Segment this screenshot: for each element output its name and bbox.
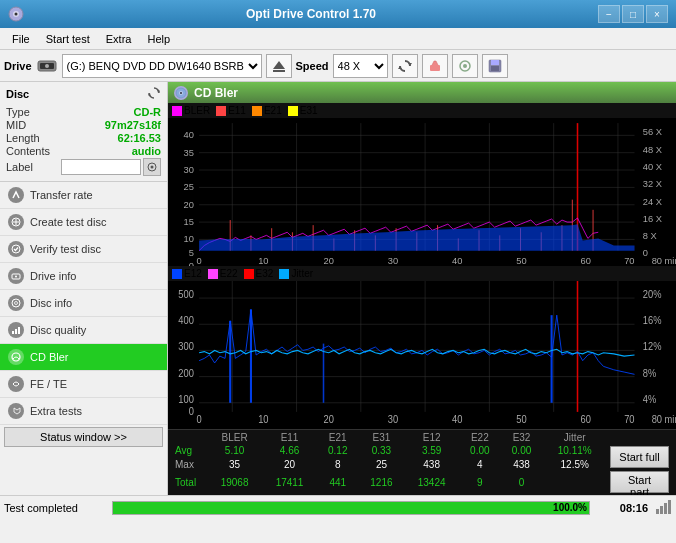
top-chart-inner: 40 35 30 25 20 15 10 5 0 56 X 48 X 40 X … — [168, 118, 676, 266]
svg-marker-8 — [408, 63, 412, 66]
signal-strength-icon — [656, 499, 672, 517]
stats-col-actions — [607, 432, 672, 443]
total-e32: 0 — [501, 471, 543, 493]
fe-te-icon — [8, 376, 24, 392]
svg-rect-29 — [15, 329, 17, 334]
start-part-button[interactable]: Start part — [610, 471, 669, 493]
svg-text:16 X: 16 X — [643, 214, 662, 224]
time-display: 08:16 — [598, 502, 648, 514]
nav-extra-tests[interactable]: Extra tests — [0, 398, 167, 425]
nav-disc-info-label: Disc info — [30, 297, 72, 309]
menu-help[interactable]: Help — [139, 31, 178, 47]
svg-text:4%: 4% — [643, 393, 657, 405]
save-button[interactable] — [482, 54, 508, 78]
svg-text:0: 0 — [189, 261, 194, 266]
statusbar: Test completed 100.0% 08:16 — [0, 495, 676, 519]
eject-button[interactable] — [266, 54, 292, 78]
toolbar: Drive (G:) BENQ DVD DD DW1640 BSRB Speed… — [0, 50, 676, 82]
status-window-button[interactable]: Status window >> — [4, 427, 163, 447]
nav-drive-info[interactable]: Drive info — [0, 263, 167, 290]
svg-text:20: 20 — [324, 256, 334, 266]
stats-col-e11: E11 — [262, 432, 317, 443]
avg-e32: 0.00 — [501, 443, 543, 457]
stats-col-e31: E31 — [359, 432, 405, 443]
nav-create-test-disc[interactable]: Create test disc — [0, 209, 167, 236]
svg-rect-135 — [660, 506, 663, 514]
svg-text:24 X: 24 X — [643, 197, 662, 207]
e31-color — [288, 106, 298, 116]
drive-select[interactable]: (G:) BENQ DVD DD DW1640 BSRB — [62, 54, 262, 78]
svg-point-2 — [15, 13, 18, 16]
nav-drive-info-label: Drive info — [30, 270, 76, 282]
charts-container: BLER E11 E21 E31 — [168, 103, 676, 495]
progress-bar: 100.0% — [113, 502, 589, 514]
e11-color — [216, 106, 226, 116]
speed-select[interactable]: 48 X40 X32 X24 X16 X8 X4 X — [333, 54, 388, 78]
svg-rect-137 — [668, 500, 671, 514]
label-settings-icon[interactable] — [143, 158, 161, 176]
burn-button[interactable] — [452, 54, 478, 78]
nav-transfer-rate-label: Transfer rate — [30, 189, 93, 201]
svg-text:500: 500 — [178, 289, 194, 301]
svg-text:50: 50 — [516, 256, 526, 266]
total-e22: 9 — [459, 471, 501, 493]
svg-text:80 min: 80 min — [652, 256, 676, 266]
bottom-legend: E12 E22 E32 Jitter — [168, 266, 676, 281]
e21-color — [252, 106, 262, 116]
top-chart-svg: 40 35 30 25 20 15 10 5 0 56 X 48 X 40 X … — [168, 118, 676, 266]
chart-header: CD Bler — [168, 82, 676, 103]
avg-bler: 5.10 — [207, 443, 262, 457]
maximize-button[interactable]: □ — [622, 5, 644, 23]
nav-create-test-disc-label: Create test disc — [30, 216, 106, 228]
nav-transfer-rate[interactable]: Transfer rate — [0, 182, 167, 209]
svg-rect-136 — [664, 503, 667, 514]
nav-verify-test-disc[interactable]: Verify test disc — [0, 236, 167, 263]
stats-header-row: BLER E11 E21 E31 E12 E22 E32 Jitter — [172, 432, 672, 443]
menu-file[interactable]: File — [4, 31, 38, 47]
svg-text:10: 10 — [258, 256, 268, 266]
menu-start-test[interactable]: Start test — [38, 31, 98, 47]
avg-jitter: 10.11% — [542, 443, 607, 457]
max-e32: 438 — [501, 457, 543, 471]
total-e31: 1216 — [359, 471, 405, 493]
label-field[interactable] — [61, 159, 141, 175]
nav-disc-quality-label: Disc quality — [30, 324, 86, 336]
nav-fe-te[interactable]: FE / TE — [0, 371, 167, 398]
svg-text:70: 70 — [624, 414, 635, 426]
minimize-button[interactable]: − — [598, 5, 620, 23]
svg-text:40: 40 — [452, 256, 462, 266]
close-button[interactable]: × — [646, 5, 668, 23]
max-label: Max — [172, 457, 207, 471]
svg-text:40: 40 — [452, 414, 463, 426]
nav-extra-tests-label: Extra tests — [30, 405, 82, 417]
disc-refresh-icon[interactable] — [147, 86, 161, 102]
refresh-button[interactable] — [392, 54, 418, 78]
svg-text:10: 10 — [258, 414, 269, 426]
e22-color — [208, 269, 218, 279]
nav-cd-bler[interactable]: CD Bler — [0, 344, 167, 371]
legend-e11: E11 — [216, 105, 246, 116]
disc-info-icon — [8, 295, 24, 311]
nav-disc-info[interactable]: Disc info — [0, 290, 167, 317]
svg-text:80 min: 80 min — [652, 414, 676, 426]
nav-disc-quality[interactable]: Disc quality — [0, 317, 167, 344]
svg-text:60: 60 — [581, 414, 592, 426]
svg-text:40 X: 40 X — [643, 162, 662, 172]
legend-e12-label: E12 — [184, 268, 202, 279]
cd-bler-header-icon — [174, 86, 188, 100]
progress-percent: 100.0% — [553, 502, 587, 513]
erase-button[interactable] — [422, 54, 448, 78]
status-text: Test completed — [4, 502, 104, 514]
svg-text:56 X: 56 X — [643, 127, 662, 137]
stats-total-row: Total 19068 17411 441 1216 13424 9 0 Sta… — [172, 471, 672, 493]
start-part-cell: Start part — [607, 471, 672, 493]
bler-color — [172, 106, 182, 116]
start-full-button[interactable]: Start full — [610, 446, 668, 468]
menu-extra[interactable]: Extra — [98, 31, 140, 47]
svg-text:25: 25 — [184, 183, 194, 193]
svg-point-12 — [463, 64, 467, 68]
svg-text:50: 50 — [516, 414, 527, 426]
max-e31: 25 — [359, 457, 405, 471]
avg-e21: 0.12 — [317, 443, 359, 457]
app-icon — [8, 6, 24, 22]
